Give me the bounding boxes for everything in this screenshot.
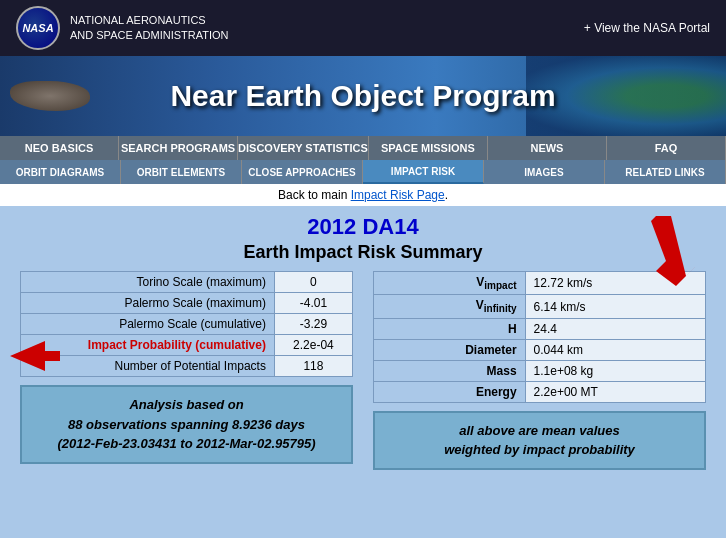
- header: NATIONAL AERONAUTICS AND SPACE ADMINISTR…: [0, 0, 726, 56]
- nav-images[interactable]: IMAGES: [484, 160, 605, 184]
- nav-news[interactable]: NEWS: [488, 136, 607, 160]
- header-left: NATIONAL AERONAUTICS AND SPACE ADMINISTR…: [16, 6, 229, 50]
- nav-neo-basics[interactable]: NEO BASICS: [0, 136, 119, 160]
- hero-title: Near Earth Object Program: [170, 79, 555, 113]
- mean-values-box: all above are mean values weighted by im…: [373, 411, 706, 470]
- nav-close-approaches[interactable]: CLOSE APPROACHES: [242, 160, 363, 184]
- hero-banner: Near Earth Object Program: [0, 56, 726, 136]
- left-data-table: Torino Scale (maximum) 0 Palermo Scale (…: [20, 271, 353, 377]
- svg-marker-0: [10, 341, 60, 371]
- right-arrow-icon: [616, 216, 696, 286]
- nav-faq[interactable]: FAQ: [607, 136, 726, 160]
- secondary-nav: ORBIT DIAGRAMS ORBIT ELEMENTS CLOSE APPR…: [0, 160, 726, 184]
- main-content: 2012 DA14 Earth Impact Risk Summary Tori…: [0, 206, 726, 538]
- table-row: H 24.4: [374, 318, 706, 339]
- analysis-box: Analysis based on 88 observations spanni…: [20, 385, 353, 464]
- table-row: Energy 2.2e+00 MT: [374, 381, 706, 402]
- back-link-bar: Back to main Impact Risk Page.: [0, 184, 726, 206]
- nav-orbit-diagrams[interactable]: ORBIT DIAGRAMS: [0, 160, 121, 184]
- table-row: Palermo Scale (cumulative) -3.29: [21, 314, 353, 335]
- nav-orbit-elements[interactable]: ORBIT ELEMENTS: [121, 160, 242, 184]
- nav-search-programs[interactable]: SEARCH PROGRAMS: [119, 136, 238, 160]
- table-row: Torino Scale (maximum) 0: [21, 272, 353, 293]
- data-section: Torino Scale (maximum) 0 Palermo Scale (…: [20, 271, 706, 470]
- table-row: Vinfinity 6.14 km/s: [374, 295, 706, 318]
- nav-discovery-statistics[interactable]: DISCOVERY STATISTICS: [238, 136, 369, 160]
- table-row-impact-probability: Impact Probability (cumulative) 2.2e-04: [21, 335, 353, 356]
- object-id-title: 2012 DA14: [20, 214, 706, 240]
- impact-risk-page-link[interactable]: Impact Risk Page: [351, 188, 445, 202]
- svg-marker-1: [651, 216, 696, 286]
- asteroid-image: [10, 81, 90, 111]
- left-arrow-icon: [10, 341, 60, 371]
- nav-space-missions[interactable]: SPACE MISSIONS: [369, 136, 488, 160]
- table-row: Palermo Scale (maximum) -4.01: [21, 293, 353, 314]
- table-row: Diameter 0.044 km: [374, 339, 706, 360]
- nasa-logo: [16, 6, 60, 50]
- summary-subtitle: Earth Impact Risk Summary: [20, 242, 706, 263]
- nav-related-links[interactable]: RELATED LINKS: [605, 160, 726, 184]
- right-data-table: Vimpact 12.72 km/s Vinfinity 6.14 km/s H…: [373, 271, 706, 403]
- primary-nav: NEO BASICS SEARCH PROGRAMS DISCOVERY STA…: [0, 136, 726, 160]
- right-data-panel: Vimpact 12.72 km/s Vinfinity 6.14 km/s H…: [373, 271, 706, 470]
- agency-name: NATIONAL AERONAUTICS AND SPACE ADMINISTR…: [70, 13, 229, 44]
- nasa-portal-link[interactable]: + View the NASA Portal: [584, 21, 710, 35]
- table-row: Mass 1.1e+08 kg: [374, 360, 706, 381]
- nav-impact-risk[interactable]: IMPACT RISK: [363, 160, 484, 184]
- table-row: Number of Potential Impacts 118: [21, 356, 353, 377]
- earth-image: [526, 56, 726, 136]
- left-data-panel: Torino Scale (maximum) 0 Palermo Scale (…: [20, 271, 353, 464]
